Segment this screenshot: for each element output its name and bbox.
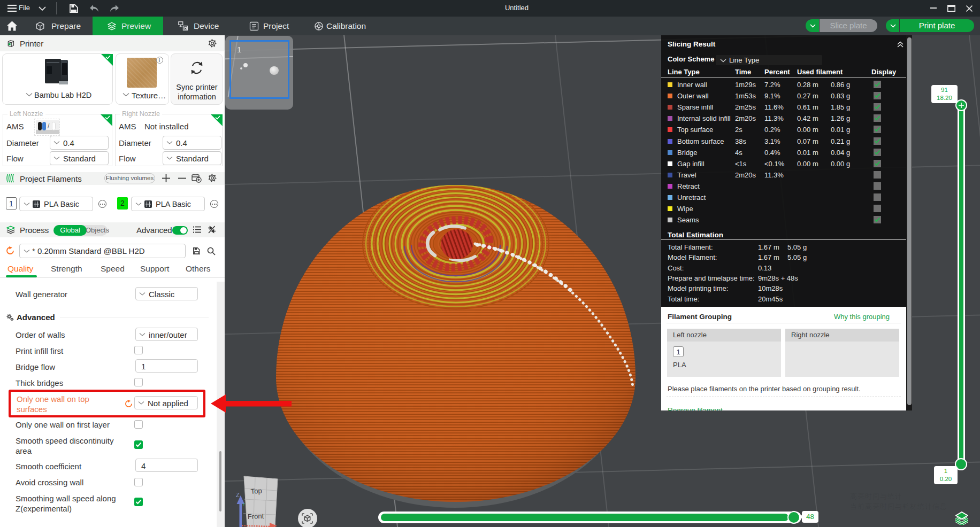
svg-text:Top: Top: [250, 487, 262, 495]
svg-text:Y: Y: [242, 502, 246, 507]
svg-text:Front: Front: [248, 512, 264, 521]
svg-text:Z: Z: [236, 492, 240, 498]
